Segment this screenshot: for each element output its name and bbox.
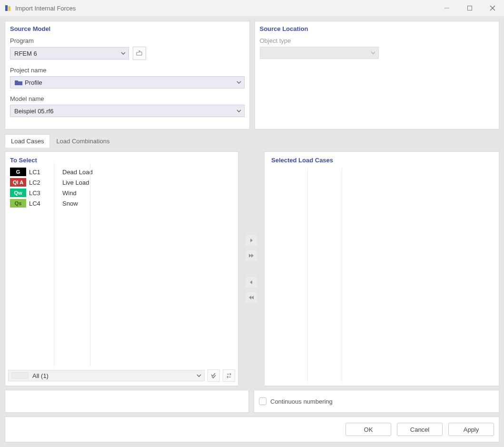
object-type-dropdown[interactable] [260, 47, 379, 59]
window-controls [435, 0, 504, 16]
continuous-numbering-label: Continuous numbering [270, 398, 333, 405]
load-case-row[interactable]: GLC1Dead Load [9, 167, 234, 177]
minimize-icon [444, 5, 450, 11]
load-case-code: LC4 [29, 200, 62, 207]
maximize-button[interactable] [458, 0, 481, 16]
svg-rect-3 [468, 6, 472, 10]
filter-color-swatch [11, 372, 29, 379]
load-case-tag: Qs [10, 199, 26, 208]
options-row: Continuous numbering [5, 390, 499, 413]
selected-heading: Selected Load Cases [271, 157, 499, 164]
load-case-row[interactable]: QsLC4Snow [9, 198, 234, 209]
object-type-field: Object type [260, 37, 494, 59]
load-case-row[interactable]: QI ALC2Live Load [9, 177, 234, 188]
chevron-down-icon [371, 50, 376, 57]
to-select-panel: To Select GLC1Dead LoadQI ALC2Live LoadQ… [5, 151, 238, 386]
transfer-buttons [238, 151, 264, 386]
maximize-icon [467, 5, 473, 11]
svg-rect-1 [8, 6, 10, 11]
object-type-label: Object type [260, 37, 494, 44]
load-case-description: Snow [62, 200, 78, 207]
filter-dropdown[interactable]: All (1) [8, 370, 205, 381]
move-all-left-button[interactable] [245, 291, 258, 304]
load-case-description: Wind [62, 189, 77, 197]
check-all-icon [210, 372, 217, 379]
chevron-down-icon [197, 372, 201, 379]
column-separator [342, 168, 342, 382]
tabs: Load Cases Load Combinations [5, 134, 499, 148]
source-location-panel: Source Location Object type [255, 21, 500, 129]
select-all-button[interactable] [208, 369, 220, 382]
model-name-label: Model name [10, 95, 245, 102]
load-case-code: LC1 [29, 169, 62, 176]
source-model-heading: Source Model [10, 25, 245, 32]
title-bar: Import Internal Forces [0, 0, 504, 16]
double-triangle-left-icon [248, 295, 255, 300]
program-value: RFEM 6 [14, 50, 37, 57]
project-name-field: Project name Profile [10, 67, 245, 89]
chevron-down-icon [237, 108, 241, 115]
program-dropdown[interactable]: RFEM 6 [10, 47, 129, 60]
dialog-window: Import Internal Forces Source Model Prog… [0, 0, 504, 447]
tab-load-cases[interactable]: Load Cases [5, 134, 50, 148]
app-icon [4, 4, 12, 12]
open-file-button[interactable] [133, 47, 146, 60]
lists-row: To Select GLC1Dead LoadQI ALC2Live LoadQ… [5, 151, 499, 386]
model-name-value: Beispiel 05.rf6 [14, 108, 53, 115]
load-case-code: LC2 [29, 179, 62, 186]
move-left-button[interactable] [245, 276, 258, 288]
project-name-label: Project name [10, 67, 245, 74]
load-case-description: Live Load [62, 179, 89, 186]
cancel-button[interactable]: Cancel [397, 423, 443, 436]
to-select-footer: All (1) [5, 368, 238, 386]
folder-icon [14, 79, 23, 86]
to-select-list[interactable]: To Select GLC1Dead LoadQI ALC2Live LoadQ… [5, 152, 238, 368]
ok-button[interactable]: OK [346, 423, 391, 436]
load-case-tag: G [10, 168, 26, 176]
load-case-description: Dead Load [62, 169, 93, 176]
load-case-row[interactable]: QwLC3Wind [9, 188, 234, 198]
to-select-heading: To Select [10, 157, 234, 164]
content-area: Source Model Program RFEM 6 [0, 16, 504, 447]
move-all-right-button[interactable] [245, 249, 258, 262]
close-icon [490, 5, 495, 11]
program-field: Program RFEM 6 [10, 37, 245, 60]
invert-icon [226, 372, 232, 379]
move-right-button[interactable] [245, 234, 258, 247]
project-name-dropdown[interactable]: Profile [10, 76, 245, 89]
filter-value: All (1) [32, 372, 49, 379]
continuous-numbering-checkbox[interactable] [259, 397, 267, 405]
minimize-button[interactable] [435, 0, 458, 16]
button-bar: OK Cancel Apply [5, 417, 499, 442]
triangle-left-icon [249, 280, 254, 285]
column-separator [307, 168, 308, 382]
load-case-tag: QI A [10, 178, 26, 187]
source-location-heading: Source Location [260, 25, 494, 32]
source-model-panel: Source Model Program RFEM 6 [5, 21, 250, 129]
close-button[interactable] [481, 0, 504, 16]
model-name-field: Model name Beispiel 05.rf6 [10, 95, 245, 117]
options-right-panel: Continuous numbering [254, 390, 499, 413]
column-separator [54, 163, 54, 367]
chevron-down-icon [121, 50, 126, 57]
svg-rect-0 [5, 5, 8, 11]
double-triangle-right-icon [248, 253, 255, 258]
model-name-dropdown[interactable]: Beispiel 05.rf6 [10, 105, 245, 117]
options-left-panel [5, 390, 249, 413]
invert-selection-button[interactable] [223, 369, 235, 382]
apply-button[interactable]: Apply [448, 423, 494, 436]
window-title: Import Internal Forces [15, 5, 435, 12]
top-row: Source Model Program RFEM 6 [5, 21, 499, 129]
selected-panel: Selected Load Cases [264, 151, 499, 386]
chevron-down-icon [237, 79, 241, 86]
triangle-right-icon [249, 238, 254, 243]
project-name-value: Profile [25, 79, 42, 86]
program-label: Program [10, 37, 245, 44]
load-case-code: LC3 [29, 189, 62, 197]
open-folder-icon [136, 50, 143, 57]
load-case-tag: Qw [10, 189, 26, 197]
column-separator [90, 163, 90, 367]
tab-load-combinations[interactable]: Load Combinations [50, 134, 116, 148]
